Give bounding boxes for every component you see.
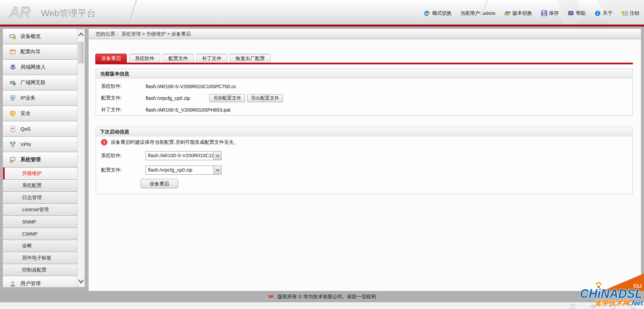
sidebar-item-label: 升级维护	[22, 170, 42, 177]
ar-logo: AR	[9, 3, 30, 21]
sidebar-item-lan-access[interactable]: 局域网接入	[3, 60, 77, 75]
tab-patch-file[interactable]: 补丁文件	[196, 54, 228, 63]
current-user-value: admin	[483, 10, 496, 16]
next-config-file-row: 配置文件: flash:/vrpcfg_cp0.zip	[101, 166, 221, 175]
mode-switch-label: 模式切换	[432, 10, 451, 16]
warning-text: 设备重启时建议保存当前配置,否则可能造成配置文件丢失。	[111, 139, 239, 145]
app-header: AR Web管理平台 AC 模式切换 当前用户: admin 版本切换	[0, 0, 644, 24]
sidebar-item-upgrade-maintenance[interactable]: 升级维护	[3, 168, 77, 180]
sidebar-item-qos[interactable]: QoS	[3, 121, 77, 137]
tab-factory-reset[interactable]: 恢复出厂配置	[230, 54, 271, 63]
system-software-row: 系统软件: flash:/AR100-S-V200R010C10SPC700.c…	[96, 80, 632, 92]
sidebar-item-snmp[interactable]: SNMP	[3, 216, 77, 228]
sidebar-item-ip-service[interactable]: IP IP业务	[3, 90, 77, 106]
next-startup-section: 下次启动信息 ! 设备重启时建议保存当前配置,否则可能造成配置文件丢失。 系统软…	[96, 127, 633, 194]
sidebar-item-label: 诊断	[22, 243, 32, 249]
version-switch-button[interactable]: 版本切换	[504, 10, 532, 16]
sidebar-item-label: 系统管理	[20, 157, 41, 163]
sidebar-scrollbar[interactable]	[77, 29, 85, 287]
chevron-down-icon[interactable]	[213, 166, 221, 174]
mode-switch-button[interactable]: AC 模式切换	[424, 10, 451, 16]
save-config-as-button[interactable]: 另存配置文件	[209, 94, 245, 102]
footer-strip	[0, 302, 644, 309]
sidebar-item-label: VPN	[20, 141, 31, 147]
current-user: 当前用户: admin	[460, 10, 495, 16]
sidebar-item-vpn[interactable]: VPN	[3, 137, 77, 152]
security-shield-icon	[9, 111, 16, 117]
tab-system-software[interactable]: 系统软件	[129, 54, 160, 63]
row-label: 配置文件:	[101, 95, 146, 101]
sidebar-item-label: 部件电子标签	[22, 255, 51, 261]
page-title: Web管理平台	[41, 7, 96, 19]
header-accent-line	[0, 24, 644, 26]
save-label: 保存	[549, 10, 559, 16]
next-system-software-row: 系统软件: flash:/AR100-S-V200R010C10SPC700.c…	[101, 151, 221, 160]
sidebar-item-controller-config[interactable]: 控制器配置	[3, 264, 77, 276]
sidebar-item-license-management[interactable]: License管理	[3, 204, 77, 216]
sidebar-item-label: 系统配置	[22, 182, 42, 189]
sidebar-item-label: 安全	[20, 110, 31, 117]
tab-config-file[interactable]: 配置文件	[162, 54, 194, 63]
sidebar-item-diagnosis[interactable]: 诊断	[3, 240, 77, 252]
vpn-icon	[9, 141, 16, 147]
reboot-warning: ! 设备重启时建议保存当前配置,否则可能造成配置文件丢失。	[101, 139, 239, 145]
sidebar-item-label: 局域网接入	[20, 64, 46, 70]
sidebar-item-system-config[interactable]: 系统配置	[3, 180, 77, 192]
patch-file-value: flash:/AR100-S_V200R010SPH653.pat	[146, 107, 230, 113]
sidebar-item-wan-interconnect[interactable]: 广域网互联	[3, 75, 77, 90]
sidebar-item-user-management[interactable]: 用户管理	[3, 276, 77, 287]
copyright-text: 版权所有 © 华为技术有限公司。保留一切权利	[278, 294, 376, 300]
trash-icon	[570, 303, 576, 309]
sidebar-item-system-management[interactable]: 系统管理	[3, 152, 77, 168]
warning-icon: !	[101, 139, 107, 145]
config-file-row: 配置文件: flash:/vrpcfg_cp0.zip 另存配置文件 导出配置文…	[96, 92, 632, 104]
logout-button[interactable]: 注销	[621, 10, 639, 16]
about-icon	[594, 10, 601, 16]
row-label: 配置文件:	[101, 167, 146, 173]
config-file-value: flash:/vrpcfg_cp0.zip	[146, 96, 209, 101]
sidebar-item-security[interactable]: 安全	[3, 106, 77, 121]
ip-service-icon: IP	[9, 95, 16, 101]
scroll-up-icon[interactable]	[78, 32, 84, 38]
help-button[interactable]: ? 帮助	[567, 10, 586, 16]
breadcrumb: 您的位置： 系统管理 > 升级维护 > 设备重启	[89, 29, 641, 39]
sidebar-item-cwmp[interactable]: CWMP	[3, 228, 77, 240]
sidebar-item-label: CWMP	[22, 231, 38, 237]
header-toolbar: AC 模式切换 当前用户: admin 版本切换	[424, 0, 639, 24]
sidebar-item-label: IP业务	[20, 95, 35, 101]
scrollbar-thumb[interactable]	[79, 42, 84, 63]
tab-device-reboot[interactable]: 设备重启	[95, 54, 127, 63]
current-version-section: 当前版本信息 系统软件: flash:/AR100-S-V200R010C10S…	[96, 69, 633, 116]
device-reboot-button[interactable]: 设备重启	[141, 179, 178, 188]
config-wizard-icon	[9, 49, 16, 55]
sidebar-item-label: 广域网互联	[20, 79, 46, 86]
sidebar-item-label: 控制器配置	[22, 267, 47, 273]
config-file-select[interactable]: flash:/vrpcfg_cp0.zip	[146, 166, 221, 175]
sidebar-item-device-overview[interactable]: 设备概览	[3, 29, 77, 44]
about-button[interactable]: 关于	[594, 10, 612, 16]
sidebar-item-elabel[interactable]: 部件电子标签	[3, 252, 77, 264]
sidebar-menu: 设备概览 配置向导 局域网接入 广域网互联 IP	[3, 29, 77, 287]
device-overview-icon	[9, 34, 16, 40]
save-icon	[541, 10, 547, 16]
row-label: 系统软件:	[101, 152, 146, 159]
scroll-down-icon[interactable]	[78, 278, 84, 285]
system-software-select[interactable]: flash:/AR100-S-V200R010C10SPC700.cc	[146, 151, 221, 160]
chevron-down-icon[interactable]	[213, 151, 221, 160]
square-icon	[610, 303, 616, 309]
select-value: flash:/AR100-S-V200R010C10SPC700.cc	[146, 151, 213, 160]
system-software-value: flash:/AR100-S-V200R010C10SPC700.cc	[146, 84, 236, 89]
qos-icon	[9, 126, 16, 132]
sidebar-item-label: SNMP	[22, 219, 36, 225]
svg-text:?: ?	[570, 11, 572, 15]
select-value: flash:/vrpcfg_cp0.zip	[146, 166, 213, 174]
footer: 版权所有 © 华为技术有限公司。保留一切权利	[0, 291, 644, 302]
save-button[interactable]: 保存	[541, 10, 559, 16]
sidebar-item-config-wizard[interactable]: 配置向导	[3, 44, 77, 60]
lan-access-icon	[9, 64, 16, 70]
sidebar-item-log-management[interactable]: 日志管理	[3, 192, 77, 204]
logout-icon	[621, 10, 628, 16]
about-label: 关于	[603, 10, 612, 16]
export-config-button[interactable]: 导出配置文件	[247, 94, 283, 102]
main-content: 您的位置： 系统管理 > 升级维护 > 设备重启 设备重启 系统软件 配置文件 …	[89, 29, 641, 291]
